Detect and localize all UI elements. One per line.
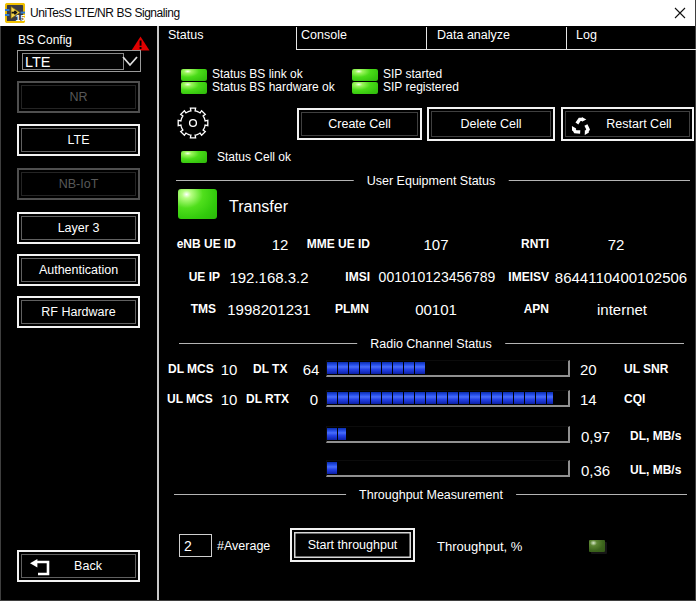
svg-text:15: 15 <box>16 13 25 23</box>
